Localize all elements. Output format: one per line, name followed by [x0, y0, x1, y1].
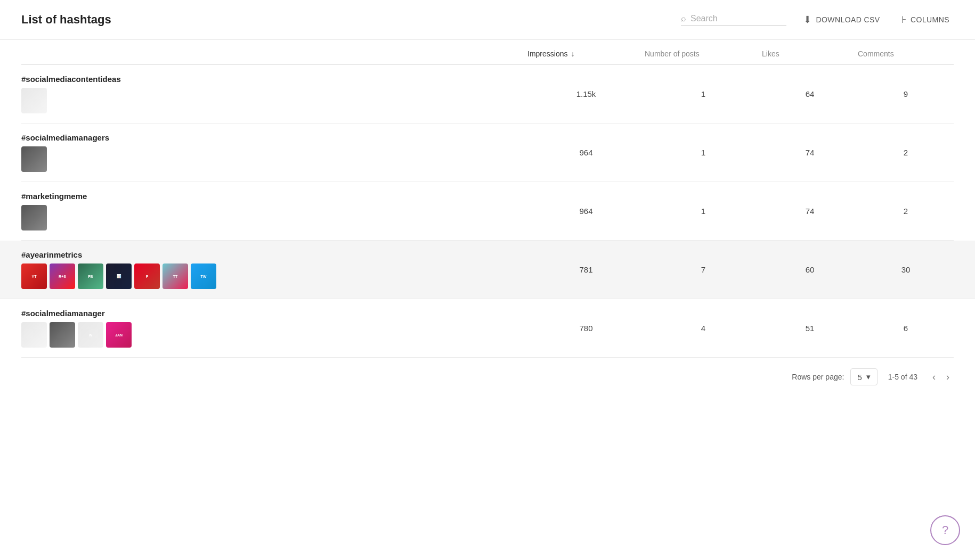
- table-row: #marketingmeme 964 1 74 2: [21, 182, 954, 241]
- page-navigation: ‹ ›: [928, 369, 954, 385]
- thumbnails: [21, 205, 527, 230]
- hashtag-cell: #socialmediacontentideas: [21, 75, 527, 113]
- posts-value: 1: [645, 89, 762, 98]
- comments-value: 6: [858, 324, 954, 333]
- comments-value: 30: [858, 265, 954, 274]
- thumbnail: YT: [21, 263, 47, 289]
- columns-label: COLUMNS: [911, 15, 949, 24]
- thumbnail: [21, 205, 47, 230]
- thumbnail: [50, 322, 75, 348]
- download-csv-button[interactable]: ⬇ DOWNLOAD CSV: [799, 11, 884, 29]
- table-row: #socialmediamanager W JAN 780 4 51 6: [21, 299, 954, 358]
- likes-value: 74: [762, 148, 858, 157]
- thumbnails: [21, 146, 527, 172]
- search-wrapper[interactable]: ⌕: [681, 14, 786, 26]
- likes-value: 74: [762, 207, 858, 216]
- impressions-label: Impressions: [527, 50, 567, 58]
- likes-label: Likes: [762, 50, 779, 58]
- table-header: Impressions ↓ Number of posts Likes Comm…: [21, 40, 954, 65]
- col-likes-header[interactable]: Likes: [762, 50, 858, 58]
- impressions-value: 1.15k: [527, 89, 645, 98]
- chevron-down-icon: ▾: [866, 372, 871, 382]
- table-row: #socialmediamanagers 964 1 74 2: [21, 123, 954, 182]
- table-container: Impressions ↓ Number of posts Likes Comm…: [0, 40, 975, 358]
- page-info: 1-5 of 43: [888, 373, 917, 381]
- search-icon: ⌕: [681, 14, 686, 23]
- hashtag-cell: #socialmediamanagers: [21, 133, 527, 172]
- hashtag-name: #marketingmeme: [21, 192, 527, 201]
- hashtag-cell: #socialmediamanager W JAN: [21, 309, 527, 348]
- thumbnail: [21, 146, 47, 172]
- rows-per-page-select[interactable]: 5 ▾: [850, 368, 877, 385]
- table-body: #socialmediacontentideas 1.15k 1 64 9 #s…: [21, 65, 954, 358]
- thumbnails: W JAN: [21, 322, 527, 348]
- page-header: List of hashtags ⌕ ⬇ DOWNLOAD CSV ⊦ COLU…: [0, 0, 975, 40]
- header-actions: ⌕ ⬇ DOWNLOAD CSV ⊦ COLUMNS: [681, 11, 954, 29]
- comments-label: Comments: [858, 50, 894, 58]
- columns-icon: ⊦: [901, 14, 906, 26]
- thumbnail: [21, 322, 47, 348]
- impressions-value: 781: [527, 265, 645, 274]
- comments-value: 2: [858, 148, 954, 157]
- download-icon: ⬇: [803, 14, 811, 26]
- rows-per-page-section: Rows per page: 5 ▾: [792, 368, 877, 385]
- thumbnails: YT R+S FB 📊 P TT TW: [21, 263, 527, 289]
- posts-value: 1: [645, 148, 762, 157]
- likes-value: 64: [762, 89, 858, 98]
- impressions-value: 964: [527, 148, 645, 157]
- hashtag-name: #socialmediacontentideas: [21, 75, 527, 84]
- col-hashtag-header: [21, 50, 527, 58]
- table-row: #socialmediacontentideas 1.15k 1 64 9: [21, 65, 954, 123]
- search-input[interactable]: [690, 14, 786, 23]
- thumbnail: JAN: [106, 322, 132, 348]
- prev-page-button[interactable]: ‹: [928, 369, 940, 385]
- columns-button[interactable]: ⊦ COLUMNS: [897, 11, 954, 29]
- comments-value: 2: [858, 207, 954, 216]
- impressions-value: 780: [527, 324, 645, 333]
- rows-per-page-label: Rows per page:: [792, 373, 844, 381]
- hashtag-name: #socialmediamanager: [21, 309, 527, 318]
- likes-value: 60: [762, 265, 858, 274]
- thumbnail: TW: [191, 263, 216, 289]
- comments-value: 9: [858, 89, 954, 98]
- posts-value: 7: [645, 265, 762, 274]
- sort-down-icon: ↓: [571, 50, 574, 58]
- hashtag-cell: #ayearinmetrics YT R+S FB 📊 P TT TW: [21, 250, 527, 289]
- impressions-value: 964: [527, 207, 645, 216]
- hashtag-cell: #marketingmeme: [21, 192, 527, 230]
- table-row: #ayearinmetrics YT R+S FB 📊 P TT TW 781 …: [0, 241, 975, 299]
- posts-value: 4: [645, 324, 762, 333]
- col-posts-header[interactable]: Number of posts: [645, 50, 762, 58]
- next-page-button[interactable]: ›: [942, 369, 954, 385]
- thumbnail: [21, 88, 47, 113]
- likes-value: 51: [762, 324, 858, 333]
- col-impressions-header[interactable]: Impressions ↓: [527, 50, 645, 58]
- posts-label: Number of posts: [645, 50, 700, 58]
- page-title: List of hashtags: [21, 13, 681, 27]
- thumbnail: TT: [162, 263, 188, 289]
- col-comments-header[interactable]: Comments: [858, 50, 954, 58]
- thumbnail: FB: [78, 263, 103, 289]
- rows-per-page-value: 5: [857, 373, 862, 382]
- posts-value: 1: [645, 207, 762, 216]
- hashtag-name: #socialmediamanagers: [21, 133, 527, 142]
- thumbnail: 📊: [106, 263, 132, 289]
- thumbnail: W: [78, 322, 103, 348]
- download-label: DOWNLOAD CSV: [816, 15, 880, 24]
- thumbnails: [21, 88, 527, 113]
- thumbnail: R+S: [50, 263, 75, 289]
- pagination-bar: Rows per page: 5 ▾ 1-5 of 43 ‹ ›: [0, 358, 975, 396]
- thumbnail: P: [134, 263, 160, 289]
- hashtag-name: #ayearinmetrics: [21, 250, 527, 259]
